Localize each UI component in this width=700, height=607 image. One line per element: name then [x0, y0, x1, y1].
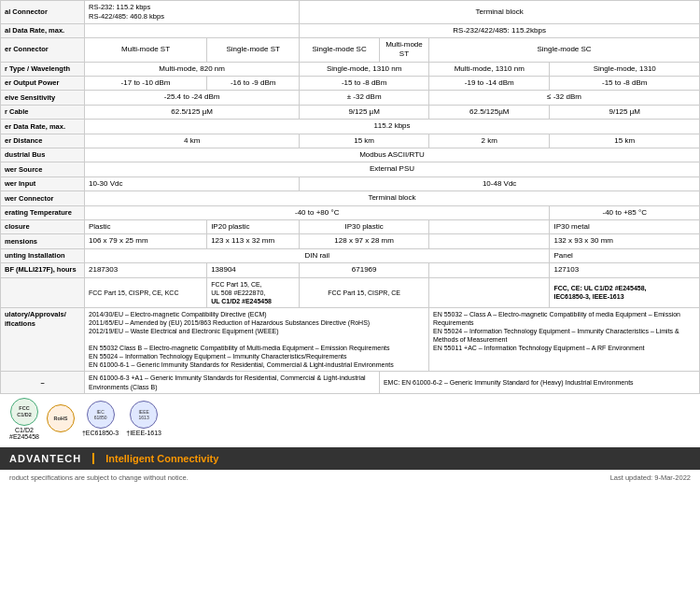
footer-bar: ADVANTECH Intelligent Connectivity [0, 447, 700, 470]
table-row: er Distance 4 km 15 km 2 km 15 km [1, 134, 700, 148]
spec-table: al Connector RS-232: 115.2 kbpsRS-422/48… [0, 0, 700, 394]
cell: Single-mode ST [207, 37, 300, 62]
footer-notice: roduct specifications are subject to cha… [9, 473, 189, 482]
cell: 10-30 Vdc [85, 176, 300, 191]
row-label: dustrial Bus [1, 148, 85, 162]
cell: ± -32 dBm [300, 91, 429, 105]
row-label: r Cable [1, 105, 85, 119]
footer-bottom: roduct specifications are subject to cha… [0, 470, 700, 485]
row-label: mensions [1, 234, 85, 248]
table-row: r Type / Wavelength Multi-mode, 820 nm S… [1, 62, 700, 76]
cell: 2 km [429, 134, 550, 148]
cell: IP30 metal [550, 219, 700, 233]
cell: Plastic [85, 219, 207, 233]
cell: External PSU [85, 162, 700, 176]
table-row: BF (MLLI217F), hours 2187303 138904 6719… [1, 263, 700, 277]
cell: RS-232: 115.2 kbpsRS-422/485: 460.8 kbps [85, 1, 300, 24]
table-row: wer Source External PSU [1, 162, 700, 176]
cell: -15 to -8 dBm [300, 77, 429, 91]
row-label: erating Temperature [1, 205, 85, 219]
cell: 2187303 [85, 263, 207, 277]
table-row: dustrial Bus Modbus ASCII/RTU [1, 148, 700, 162]
cell: Single-mode SC [429, 37, 700, 62]
cell: Modbus ASCII/RTU [85, 148, 700, 162]
cell: 123 x 113 x 32 mm [207, 234, 300, 248]
cell: -40 to +85 °C [550, 205, 700, 219]
cell: RS-232/422/485: 115.2kbps [300, 23, 700, 37]
cell: Multi-mode, 820 nm [85, 62, 300, 76]
table-row: r Cable 62.5/125 µM 9/125 µM 62.5/125µM … [1, 105, 700, 119]
cell [429, 263, 550, 277]
cell [85, 23, 300, 37]
cell [429, 219, 550, 233]
ieee-icon-badge: IEEE1613 †IEEE-1613 [126, 401, 161, 436]
row-label: closure [1, 219, 85, 233]
table-row: mensions 106 x 79 x 25 mm 123 x 113 x 32… [1, 234, 700, 248]
ieee-icon: IEEE1613 [130, 401, 158, 429]
cell: 115.2 kbps [85, 120, 700, 134]
rohs-icon-badge: RoHS [47, 404, 75, 432]
row-label: BF (MLLI217F), hours [1, 263, 85, 277]
cell-extra-right: EMC: EN 61000-6-2 – Generic Immunity Sta… [379, 372, 699, 393]
cell: Single-mode, 1310 nm [300, 62, 429, 76]
table-row: wer Connector Terminal block [1, 191, 700, 205]
table-row: al Connector RS-232: 115.2 kbpsRS-422/48… [1, 1, 700, 24]
table-row: er Connector Multi-mode ST Single-mode S… [1, 37, 700, 62]
brand-name: ADVANTECH [9, 453, 94, 464]
row-label: er Data Rate, max. [1, 120, 85, 134]
cell: 9/125 µM [550, 105, 700, 119]
cell: FCC Part 15, CE,UL 508 #E222870,UL C1/D2… [207, 277, 300, 307]
row-label: eive Sensitivity [1, 91, 85, 105]
table-row: er Output Power -17 to -10 dBm -16 to -9… [1, 77, 700, 91]
row-label [1, 277, 85, 307]
fcc-icon: FCCC1/D2 [10, 398, 38, 426]
cell: DIN rail [85, 248, 550, 262]
cell: -40 to +80 °C [85, 205, 550, 219]
cell: 15 km [300, 134, 429, 148]
rohs-icon: RoHS [47, 404, 75, 432]
table-row: wer Input 10-30 Vdc 10-48 Vdc [1, 176, 700, 191]
cell-regulatory-left: 2014/30/EU – Electro-magnetic Compatibil… [85, 307, 429, 372]
cell: ≤ -32 dBm [429, 91, 700, 105]
table-row: FCC Part 15, CISPR, CE, KCC FCC Part 15,… [1, 277, 700, 307]
cell: 132 x 93 x 30 mm [550, 234, 700, 248]
cell: 127103 [550, 263, 700, 277]
footer-updated: Last updated: 9-Mar-2022 [610, 473, 691, 482]
iec-icon: IEC61850 [87, 401, 115, 429]
cell: Terminal block [300, 1, 700, 24]
cell: FCC Part 15, CISPR, CE, KCC [85, 277, 207, 307]
cell: 671969 [300, 263, 429, 277]
ieee-label: †IEEE-1613 [126, 430, 161, 436]
cell: -25.4 to -24 dBm [85, 91, 300, 105]
row-label: al Connector [1, 1, 85, 24]
fcc-icon-badge: FCCC1/D2 C1/D2#E245458 [9, 398, 39, 440]
table-row-extra: – EN 61000-6-3 +A1 – Generic Immunity St… [1, 372, 700, 393]
cell [429, 277, 550, 307]
table-row: eive Sensitivity -25.4 to -24 dBm ± -32 … [1, 91, 700, 105]
cell: -15 to -8 dBm [550, 77, 700, 91]
cell-dash: – [1, 372, 85, 393]
cell: IP20 plastic [207, 219, 300, 233]
cell [429, 234, 550, 248]
fcc-label: C1/D2#E245458 [9, 427, 39, 440]
iec-icon-badge: IEC61850 †EC61850-3 [82, 401, 119, 436]
cell-regulatory-right: EN 55032 – Class A – Electro-magnetic Co… [429, 307, 700, 372]
row-label: wer Connector [1, 191, 85, 205]
row-label: wer Input [1, 176, 85, 191]
cell: 138904 [207, 263, 300, 277]
iec-label: †EC61850-3 [82, 430, 119, 436]
cell: 9/125 µM [300, 105, 429, 119]
cell: -17 to -10 dBm [85, 77, 207, 91]
cell: Single-mode, 1310 [550, 62, 700, 76]
row-label: wer Source [1, 162, 85, 176]
cell: -19 to -14 dBm [429, 77, 550, 91]
table-row: erating Temperature -40 to +80 °C -40 to… [1, 205, 700, 219]
main-content: al Connector RS-232: 115.2 kbpsRS-422/48… [0, 0, 700, 485]
cell: FCC Part 15, CISPR, CE [300, 277, 429, 307]
cell: 128 x 97 x 28 mm [300, 234, 429, 248]
row-label: unting Installation [1, 248, 85, 262]
row-label: er Distance [1, 134, 85, 148]
row-label: er Connector [1, 37, 85, 62]
row-label: al Data Rate, max. [1, 23, 85, 37]
table-row: er Data Rate, max. 115.2 kbps [1, 120, 700, 134]
